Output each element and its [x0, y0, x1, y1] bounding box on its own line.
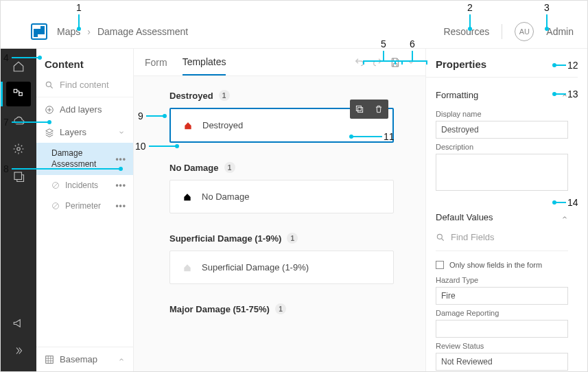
template-group-name: No Damage — [169, 163, 219, 173]
nav-offline[interactable] — [6, 109, 31, 134]
chevron-up-icon — [561, 92, 568, 99]
breadcrumb: Maps › Damage Assessment — [57, 26, 188, 37]
nav-content[interactable] — [6, 82, 31, 106]
template-group-count: 1 — [224, 162, 235, 173]
callout-3: 3 — [544, 2, 550, 13]
chevron-up-icon — [561, 214, 568, 221]
formatting-header[interactable]: Formatting — [436, 83, 568, 106]
template-group: Superficial Damage (1-9%)1Superficial Da… — [169, 233, 394, 284]
template-group: Major Damage (51-75%)1 — [169, 303, 394, 314]
admin-link[interactable]: Admin — [546, 26, 574, 37]
plus-circle-icon — [45, 105, 54, 115]
display-name-input[interactable] — [436, 121, 568, 139]
save-menu-button[interactable] — [408, 59, 414, 66]
template-card[interactable]: No Damage — [169, 180, 394, 213]
svg-rect-1 — [14, 89, 17, 93]
resources-link[interactable]: Resources — [443, 26, 489, 37]
basemap-button[interactable]: Basemap — [36, 347, 133, 371]
more-icon[interactable]: ••• — [115, 154, 126, 164]
field-input[interactable] — [436, 353, 568, 371]
template-group: No Damage1No Damage — [169, 162, 394, 213]
description-input[interactable] — [436, 154, 568, 191]
field-label: Hazard Type — [436, 276, 568, 284]
add-layers-label: Add layers — [60, 104, 102, 115]
properties-title: Properties — [426, 49, 578, 78]
display-name-label: Display name — [436, 110, 568, 118]
layer-list: Damage Assessment ••• Incidents ••• Peri… — [36, 143, 133, 216]
only-show-checkbox[interactable]: Only show fields in the form — [436, 261, 568, 269]
nav-home[interactable] — [6, 54, 31, 79]
callout-1: 1 — [76, 2, 82, 13]
chevron-up-icon — [118, 356, 125, 363]
template-card[interactable]: Destroyed — [169, 108, 394, 143]
properties-panel: Properties Formatting Display name Descr… — [425, 49, 578, 371]
svg-rect-11 — [358, 108, 363, 113]
search-placeholder: Find content — [60, 80, 109, 90]
content-title: Content — [36, 49, 133, 77]
svg-point-3 — [17, 148, 21, 151]
disabled-icon — [51, 181, 60, 189]
disabled-icon — [51, 202, 60, 210]
redo-button[interactable] — [372, 57, 383, 68]
search-input[interactable]: Find content — [36, 77, 133, 97]
layer-item-damage-assessment[interactable]: Damage Assessment ••• — [36, 143, 133, 175]
more-icon[interactable]: ••• — [115, 201, 126, 211]
layer-item-incidents[interactable]: Incidents ••• — [36, 175, 133, 196]
template-group-count: 1 — [275, 303, 286, 314]
chevron-down-icon — [118, 129, 125, 136]
header-bar: Maps › Damage Assessment Resources AU Ad… — [1, 14, 587, 49]
nav-settings[interactable] — [6, 137, 31, 161]
more-icon[interactable]: ••• — [115, 181, 126, 190]
tab-templates[interactable]: Templates — [183, 49, 226, 75]
basemap-label: Basemap — [60, 354, 97, 364]
add-layers-button[interactable]: Add layers — [36, 97, 133, 121]
defaults-header[interactable]: Default Values — [436, 205, 568, 228]
basemap-icon — [45, 355, 54, 364]
field-input[interactable] — [436, 320, 568, 338]
layers-label: Layers — [60, 127, 86, 137]
only-show-label: Only show fields in the form — [449, 261, 542, 269]
duplicate-button[interactable] — [350, 100, 369, 119]
nav-rail — [1, 49, 36, 371]
house-icon — [183, 121, 193, 130]
template-card-label: Superficial Damage (1-9%) — [202, 262, 309, 272]
templates-list: Destroyed1DestroyedNo Damage1No DamageSu… — [134, 76, 425, 371]
checkbox-icon — [436, 261, 444, 269]
template-card[interactable]: Superficial Damage (1-9%) — [169, 251, 394, 284]
main-pane: Form Templates Destroyed1DestroyedNo Dam… — [134, 49, 425, 371]
svg-point-12 — [437, 234, 442, 239]
layers-header[interactable]: Layers — [36, 121, 133, 143]
field-label: Damage Reporting — [436, 309, 568, 317]
defaults-label: Default Values — [436, 212, 493, 222]
divider — [502, 24, 502, 39]
search-icon — [45, 80, 54, 90]
search-icon — [436, 233, 445, 242]
formatting-label: Formatting — [436, 90, 478, 100]
template-group-header: No Damage1 — [169, 162, 394, 173]
nav-expand[interactable] — [6, 338, 31, 363]
layer-item-label: Damage Assessment — [51, 148, 110, 170]
template-group-name: Destroyed — [169, 91, 213, 101]
template-group-header: Major Damage (51-75%)1 — [169, 303, 394, 314]
layer-item-perimeter[interactable]: Perimeter ••• — [36, 196, 133, 216]
avatar[interactable]: AU — [515, 22, 534, 41]
tab-form[interactable]: Form — [145, 50, 167, 75]
svg-rect-10 — [356, 106, 361, 111]
template-group-header: Superficial Damage (1-9%)1 — [169, 233, 394, 244]
undo-button[interactable] — [354, 57, 365, 68]
content-panel: Content Find content Add layers Layers D… — [36, 49, 134, 371]
template-group-name: Major Damage (51-75%) — [169, 304, 270, 314]
app-logo-icon — [31, 23, 47, 40]
save-button[interactable] — [390, 57, 401, 68]
template-card-label: Destroyed — [202, 120, 243, 130]
breadcrumb-page: Damage Assessment — [97, 26, 188, 37]
delete-button[interactable] — [369, 100, 388, 119]
field-input[interactable] — [436, 287, 568, 305]
field-label: Review Status — [436, 342, 568, 350]
breadcrumb-root[interactable]: Maps — [57, 26, 80, 37]
nav-share[interactable] — [6, 164, 31, 189]
house-icon — [183, 263, 192, 272]
find-fields-input[interactable]: Find Fields — [436, 228, 568, 251]
nav-announce[interactable] — [6, 311, 31, 336]
template-group: Destroyed1Destroyed — [169, 90, 394, 143]
